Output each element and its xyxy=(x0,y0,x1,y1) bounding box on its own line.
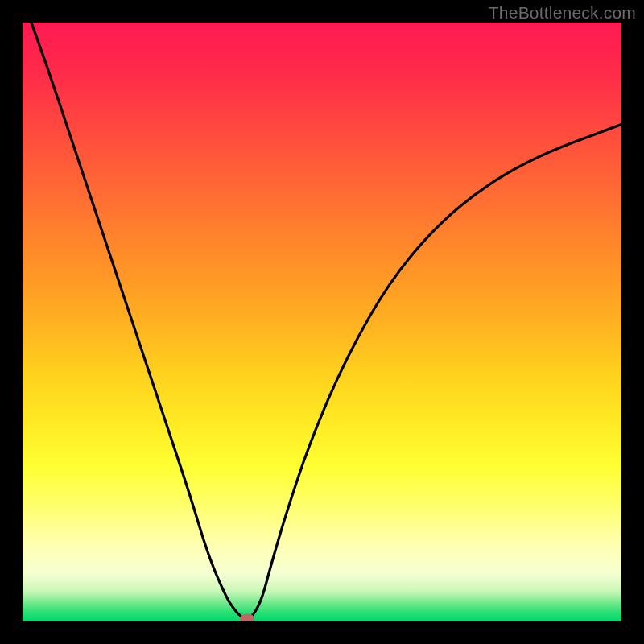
bottleneck-curve xyxy=(23,23,621,621)
minimum-marker xyxy=(240,613,254,621)
plot-area xyxy=(23,23,621,621)
watermark-text: TheBottleneck.com xyxy=(489,3,636,23)
chart-frame: TheBottleneck.com xyxy=(0,0,644,644)
